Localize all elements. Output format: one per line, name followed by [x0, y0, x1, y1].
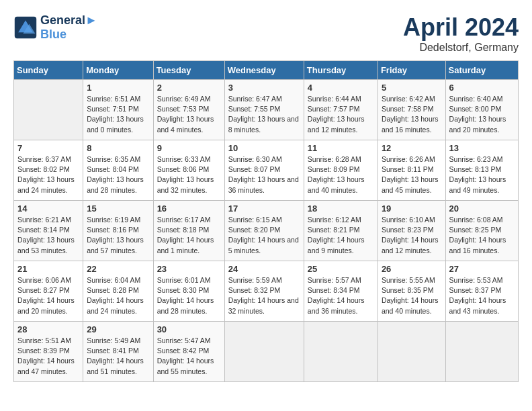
- day-info: Sunrise: 6:42 AMSunset: 7:58 PMDaylight:…: [382, 94, 442, 135]
- day-number: 3: [228, 83, 300, 93]
- day-number: 13: [449, 143, 515, 153]
- day-info: Sunrise: 6:35 AMSunset: 8:04 PMDaylight:…: [87, 154, 149, 195]
- day-number: 5: [382, 83, 442, 93]
- day-info: Sunrise: 6:19 AMSunset: 8:16 PMDaylight:…: [87, 215, 149, 256]
- week-row-4: 21 Sunrise: 6:06 AMSunset: 8:27 PMDaylig…: [14, 261, 519, 322]
- day-info: Sunrise: 6:17 AMSunset: 8:18 PMDaylight:…: [157, 215, 221, 256]
- day-cell: 4 Sunrise: 6:44 AMSunset: 7:57 PMDayligh…: [304, 80, 378, 140]
- col-header-thursday: Thursday: [304, 61, 378, 80]
- day-number: 29: [87, 324, 149, 334]
- day-number: 30: [157, 324, 221, 334]
- day-info: Sunrise: 6:49 AMSunset: 7:53 PMDaylight:…: [157, 94, 221, 135]
- day-cell: 9 Sunrise: 6:33 AMSunset: 8:06 PMDayligh…: [153, 140, 224, 201]
- day-info: Sunrise: 5:51 AMSunset: 8:39 PMDaylight:…: [17, 336, 79, 377]
- day-info: Sunrise: 6:47 AMSunset: 7:55 PMDaylight:…: [228, 94, 300, 135]
- day-cell: 8 Sunrise: 6:35 AMSunset: 8:04 PMDayligh…: [83, 140, 153, 201]
- day-number: 27: [449, 264, 515, 274]
- day-cell: 14 Sunrise: 6:21 AMSunset: 8:14 PMDaylig…: [14, 201, 83, 261]
- location-title: Dedelstorf, Germany: [403, 42, 519, 54]
- day-number: 14: [17, 203, 79, 214]
- col-header-friday: Friday: [378, 61, 445, 80]
- title-area: April 2024 Dedelstorf, Germany: [403, 13, 519, 54]
- day-info: Sunrise: 6:33 AMSunset: 8:06 PMDaylight:…: [157, 154, 221, 195]
- day-number: 19: [382, 203, 442, 214]
- day-cell: [14, 80, 83, 140]
- col-header-tuesday: Tuesday: [153, 61, 224, 80]
- header: General► Blue April 2024 Dedelstorf, Ger…: [13, 13, 519, 54]
- logo-icon: [13, 15, 38, 40]
- day-cell: 10 Sunrise: 6:30 AMSunset: 8:07 PMDaylig…: [224, 140, 304, 201]
- week-row-2: 7 Sunrise: 6:37 AMSunset: 8:02 PMDayligh…: [14, 140, 519, 201]
- week-row-5: 28 Sunrise: 5:51 AMSunset: 8:39 PMDaylig…: [14, 322, 519, 382]
- week-row-1: 1 Sunrise: 6:51 AMSunset: 7:51 PMDayligh…: [14, 80, 519, 140]
- day-cell: [378, 322, 445, 382]
- calendar-table: SundayMondayTuesdayWednesdayThursdayFrid…: [13, 60, 519, 382]
- day-cell: 5 Sunrise: 6:42 AMSunset: 7:58 PMDayligh…: [378, 80, 445, 140]
- col-header-monday: Monday: [83, 61, 153, 80]
- logo-text: General► Blue: [40, 13, 97, 42]
- day-cell: [445, 322, 518, 382]
- day-info: Sunrise: 5:59 AMSunset: 8:32 PMDaylight:…: [228, 275, 300, 316]
- day-cell: 16 Sunrise: 6:17 AMSunset: 8:18 PMDaylig…: [153, 201, 224, 261]
- day-cell: 23 Sunrise: 6:01 AMSunset: 8:30 PMDaylig…: [153, 261, 224, 322]
- day-cell: 24 Sunrise: 5:59 AMSunset: 8:32 PMDaylig…: [224, 261, 304, 322]
- day-info: Sunrise: 5:55 AMSunset: 8:35 PMDaylight:…: [382, 275, 442, 316]
- day-info: Sunrise: 6:40 AMSunset: 8:00 PMDaylight:…: [449, 94, 515, 135]
- day-cell: 1 Sunrise: 6:51 AMSunset: 7:51 PMDayligh…: [83, 80, 153, 140]
- day-number: 4: [308, 83, 374, 93]
- day-cell: 30 Sunrise: 5:47 AMSunset: 8:42 PMDaylig…: [153, 322, 224, 382]
- day-info: Sunrise: 6:12 AMSunset: 8:21 PMDaylight:…: [308, 215, 374, 256]
- day-cell: 29 Sunrise: 5:49 AMSunset: 8:41 PMDaylig…: [83, 322, 153, 382]
- day-cell: 13 Sunrise: 6:23 AMSunset: 8:13 PMDaylig…: [445, 140, 518, 201]
- day-info: Sunrise: 5:47 AMSunset: 8:42 PMDaylight:…: [157, 336, 221, 377]
- day-number: 7: [17, 143, 79, 153]
- day-number: 20: [449, 203, 515, 214]
- day-cell: [224, 322, 304, 382]
- day-cell: 25 Sunrise: 5:57 AMSunset: 8:34 PMDaylig…: [304, 261, 378, 322]
- day-info: Sunrise: 6:28 AMSunset: 8:09 PMDaylight:…: [308, 154, 374, 195]
- day-info: Sunrise: 6:26 AMSunset: 8:11 PMDaylight:…: [382, 154, 442, 195]
- day-info: Sunrise: 6:23 AMSunset: 8:13 PMDaylight:…: [449, 154, 515, 195]
- day-cell: 17 Sunrise: 6:15 AMSunset: 8:20 PMDaylig…: [224, 201, 304, 261]
- day-info: Sunrise: 6:37 AMSunset: 8:02 PMDaylight:…: [17, 154, 79, 195]
- day-number: 15: [87, 203, 149, 214]
- week-row-3: 14 Sunrise: 6:21 AMSunset: 8:14 PMDaylig…: [14, 201, 519, 261]
- day-number: 25: [308, 264, 374, 274]
- col-header-wednesday: Wednesday: [224, 61, 304, 80]
- day-number: 10: [228, 143, 300, 153]
- day-cell: 3 Sunrise: 6:47 AMSunset: 7:55 PMDayligh…: [224, 80, 304, 140]
- day-info: Sunrise: 6:10 AMSunset: 8:23 PMDaylight:…: [382, 215, 442, 256]
- day-info: Sunrise: 6:51 AMSunset: 7:51 PMDaylight:…: [87, 94, 149, 135]
- day-cell: 21 Sunrise: 6:06 AMSunset: 8:27 PMDaylig…: [14, 261, 83, 322]
- day-number: 1: [87, 83, 149, 93]
- day-info: Sunrise: 6:15 AMSunset: 8:20 PMDaylight:…: [228, 215, 300, 256]
- day-cell: 28 Sunrise: 5:51 AMSunset: 8:39 PMDaylig…: [14, 322, 83, 382]
- day-cell: 20 Sunrise: 6:08 AMSunset: 8:25 PMDaylig…: [445, 201, 518, 261]
- day-cell: 15 Sunrise: 6:19 AMSunset: 8:16 PMDaylig…: [83, 201, 153, 261]
- day-info: Sunrise: 5:53 AMSunset: 8:37 PMDaylight:…: [449, 275, 515, 316]
- col-header-saturday: Saturday: [445, 61, 518, 80]
- day-info: Sunrise: 6:44 AMSunset: 7:57 PMDaylight:…: [308, 94, 374, 135]
- day-number: 26: [382, 264, 442, 274]
- day-number: 12: [382, 143, 442, 153]
- day-number: 9: [157, 143, 221, 153]
- day-cell: 18 Sunrise: 6:12 AMSunset: 8:21 PMDaylig…: [304, 201, 378, 261]
- day-info: Sunrise: 6:01 AMSunset: 8:30 PMDaylight:…: [157, 275, 221, 316]
- day-number: 6: [449, 83, 515, 93]
- day-number: 17: [228, 203, 300, 214]
- day-info: Sunrise: 6:04 AMSunset: 8:28 PMDaylight:…: [87, 275, 149, 316]
- logo: General► Blue: [13, 13, 97, 42]
- day-number: 28: [17, 324, 79, 334]
- day-info: Sunrise: 6:30 AMSunset: 8:07 PMDaylight:…: [228, 154, 300, 195]
- day-number: 18: [308, 203, 374, 214]
- day-cell: 26 Sunrise: 5:55 AMSunset: 8:35 PMDaylig…: [378, 261, 445, 322]
- col-header-sunday: Sunday: [14, 61, 83, 80]
- day-cell: 22 Sunrise: 6:04 AMSunset: 8:28 PMDaylig…: [83, 261, 153, 322]
- day-number: 16: [157, 203, 221, 214]
- day-number: 23: [157, 264, 221, 274]
- day-info: Sunrise: 5:49 AMSunset: 8:41 PMDaylight:…: [87, 336, 149, 377]
- day-info: Sunrise: 6:21 AMSunset: 8:14 PMDaylight:…: [17, 215, 79, 256]
- day-info: Sunrise: 6:06 AMSunset: 8:27 PMDaylight:…: [17, 275, 79, 316]
- day-cell: 27 Sunrise: 5:53 AMSunset: 8:37 PMDaylig…: [445, 261, 518, 322]
- day-cell: 11 Sunrise: 6:28 AMSunset: 8:09 PMDaylig…: [304, 140, 378, 201]
